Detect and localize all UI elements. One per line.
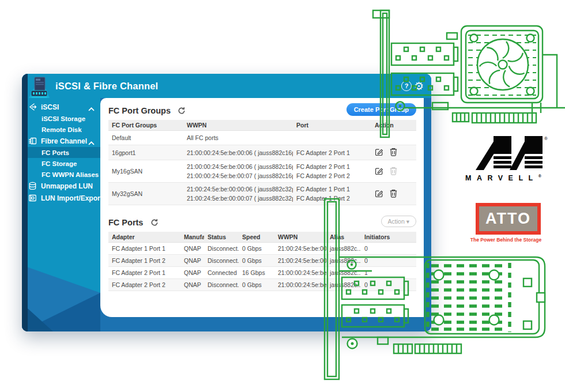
port-line: FC Adapter 1 Port 1	[296, 184, 369, 194]
port-group-wwpn: 21:00:00:24:5e:be:00:06 ( jauss882c16p1 …	[183, 160, 293, 182]
initiators: 1	[361, 267, 416, 278]
table-row[interactable]: 16gport121:00:00:24:5e:be:00:06 ( jauss8…	[108, 145, 416, 160]
sidebar-item-remote-disk[interactable]: Remote Disk	[22, 124, 100, 135]
wwpn-line: 21:00:24:5e:be:00:00:07 ( jauss882c32p2 …	[187, 194, 291, 203]
status: Disconnect...	[204, 279, 239, 291]
delete-icon[interactable]	[390, 189, 397, 198]
sidebar-item-fc-wwpn-aliases[interactable]: FC WWPN Aliases	[22, 169, 100, 180]
adapter-name: FC Adapter 1 Port 2	[108, 255, 180, 266]
fan-blades-icon	[479, 42, 525, 88]
column-header: WWPN	[183, 120, 293, 130]
delete-icon	[390, 167, 397, 175]
manufacturer: QNAP	[180, 243, 204, 254]
column-header: FC Port Groups	[108, 120, 183, 130]
create-port-group-button[interactable]: Create Port Group	[346, 103, 416, 116]
sidebar-item-label: Fibre Channel	[41, 137, 87, 145]
initiators: 0	[361, 243, 416, 254]
status: Disconnect...	[204, 255, 239, 266]
port-group-port: FC Adapter 2 Port 1	[293, 146, 371, 160]
port-group-port: FC Adapter 2 Port 1FC Adapter 2 Port 2	[293, 160, 371, 182]
settings-gear-icon[interactable]: ⚙	[414, 78, 424, 93]
column-header: Speed	[239, 232, 274, 242]
marvell-m-icon: ®	[464, 135, 563, 171]
sidebar-item-fc-ports[interactable]: FC Ports	[22, 147, 100, 158]
table-row[interactable]: My32gSAN21:00:24:5e:be:00:00:06 ( jauss8…	[108, 183, 416, 205]
sidebar-item-label: LUN Import/Export	[41, 194, 103, 202]
port-line: FC Adapter 1 Port 2	[296, 194, 369, 203]
sidebar-item-label: FC WWPN Aliases	[42, 171, 99, 178]
port-group-port	[293, 135, 371, 140]
column-header: Alias	[326, 232, 361, 242]
fc-ports-title: FC Ports	[108, 217, 143, 228]
refresh-icon[interactable]	[150, 218, 159, 229]
sidebar-item-label: Remote Disk	[42, 126, 82, 133]
speed: 0 Gbps	[239, 255, 274, 266]
content-panel: FC Port Groups Create Port Group FC Port…	[100, 98, 424, 317]
page: iSCSI & Fibre Channel ? ⚙ iSCSIiSCSI Sto…	[0, 0, 565, 392]
status: Disconnect...	[204, 243, 239, 254]
edit-icon[interactable]	[375, 167, 383, 175]
help-icon[interactable]: ?	[401, 81, 412, 91]
table-row[interactable]: FC Adapter 2 Port 2QNAPDisconnect...0 Gb…	[108, 279, 416, 291]
table-row[interactable]: FC Adapter 2 Port 1QNAPConnected16 Gbps2…	[108, 267, 416, 279]
chevron-up-icon[interactable]	[88, 105, 95, 109]
alias: jauss882c...	[326, 255, 361, 266]
action-dropdown-button[interactable]: Action ▾	[381, 216, 416, 227]
table-row[interactable]: My16gSAN21:00:00:24:5e:be:00:06 ( jauss8…	[108, 160, 416, 183]
port-line: FC Adapter 2 Port 1	[296, 148, 369, 157]
delete-icon[interactable]	[390, 148, 397, 156]
sidebar-item-label: FC Ports	[42, 149, 69, 156]
table-row[interactable]: FC Adapter 1 Port 1QNAPDisconnect...0 Gb…	[108, 243, 416, 255]
port-group-wwpn: 21:00:24:5e:be:00:00:06 ( jauss882c32p1 …	[183, 183, 293, 205]
fc-port-groups-section: FC Port Groups Create Port Group FC Port…	[108, 105, 416, 205]
sidebar-item-label: iSCSI	[41, 103, 59, 111]
sidebar-item-label: FC Storage	[42, 160, 77, 167]
port-group-actions	[371, 165, 416, 178]
table-row[interactable]: FC Adapter 1 Port 2QNAPDisconnect...0 Gb…	[108, 255, 416, 267]
edit-icon[interactable]	[375, 148, 383, 156]
port-group-wwpn: All FC ports	[183, 131, 293, 145]
speed: 16 Gbps	[239, 267, 274, 278]
port-group-name: My32gSAN	[108, 189, 183, 199]
wwpn-line: 21:00:24:5e:be:00:00:06 ( jauss882c32p1 …	[187, 184, 291, 194]
port-line: FC Adapter 2 Port 2	[296, 171, 369, 180]
marvell-wordmark: MARVELL®	[464, 174, 563, 182]
initiators: 0	[361, 255, 416, 266]
sidebar-item-label: iSCSI Storage	[42, 115, 85, 122]
wwpn-line: 21:00:00:24:5e:be:00:06 ( jauss882c16p1 …	[187, 162, 291, 171]
column-header: Port	[293, 120, 371, 130]
column-header: Adapter	[108, 232, 180, 242]
lun-import-export-icon	[28, 194, 37, 202]
table-row[interactable]: DefaultAll FC ports	[108, 131, 416, 145]
chevron-up-icon[interactable]	[88, 139, 95, 143]
port-group-name: 16gport1	[108, 147, 183, 159]
sidebar-item-unmapped-lun[interactable]: Unmapped LUN	[22, 180, 100, 192]
sidebar-item-fibre-channel[interactable]: Fibre Channel	[22, 135, 100, 147]
nas-app-icon	[26, 75, 52, 100]
sidebar-item-iscsi[interactable]: iSCSI	[22, 101, 100, 113]
wwpn: 21:00:00:24:5e:be:00...	[274, 267, 326, 278]
fc-ports-section: FC Ports Action ▾ AdapterManufa...Status…	[108, 217, 416, 291]
port-group-name: Default	[108, 132, 183, 144]
fan-card-art	[432, 26, 557, 123]
fc-port-groups-title: FC Port Groups	[108, 105, 171, 116]
sidebar-item-iscsi-storage[interactable]: iSCSI Storage	[22, 113, 100, 124]
app-window: iSCSI & Fibre Channel ? ⚙ iSCSIiSCSI Sto…	[22, 74, 431, 331]
port-group-wwpn: 21:00:00:24:5e:be:00:06 ( jauss882c16p1 …	[183, 146, 293, 160]
atto-logo: ATTO	[476, 203, 541, 235]
refresh-icon[interactable]	[178, 107, 186, 117]
window-left-edge	[22, 74, 28, 331]
table-header-row: AdapterManufa...StatusSpeedWWPNAliasInit…	[108, 232, 416, 243]
edit-icon[interactable]	[375, 189, 383, 198]
wwpn: 21:00:24:5e:be:00:00...	[274, 243, 326, 254]
sidebar-item-lun-import-export[interactable]: LUN Import/Export	[22, 192, 100, 204]
column-header: WWPN	[274, 232, 326, 242]
fc-ports-table: AdapterManufa...StatusSpeedWWPNAliasInit…	[108, 232, 416, 291]
wwpn-line: 21:00:00:24:5e:be:00:06 ( jauss882c16p1 …	[187, 148, 291, 157]
sidebar-item-fc-storage[interactable]: FC Storage	[22, 158, 100, 169]
atto-tagline: The Power Behind the Storage	[467, 237, 545, 243]
column-header: Status	[204, 232, 239, 242]
manufacturer: QNAP	[180, 279, 204, 291]
marvell-logo: ® MARVELL®	[464, 135, 563, 182]
wwpn-line: All FC ports	[187, 133, 291, 142]
